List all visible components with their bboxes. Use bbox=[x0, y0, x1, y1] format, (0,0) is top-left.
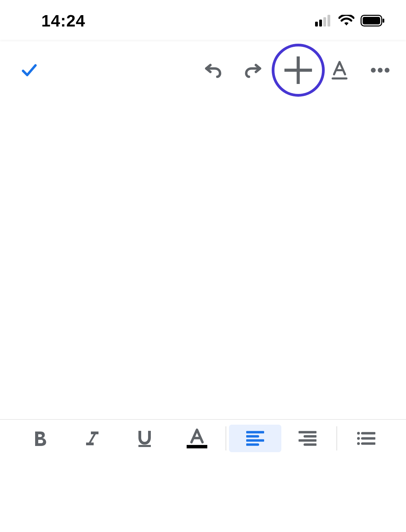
text-format-icon bbox=[331, 61, 348, 80]
svg-rect-14 bbox=[86, 443, 94, 445]
text-color-button[interactable] bbox=[171, 425, 223, 452]
text-color-icon bbox=[187, 428, 207, 448]
done-button[interactable] bbox=[14, 61, 45, 80]
underline-button[interactable] bbox=[118, 425, 171, 452]
align-left-icon bbox=[246, 431, 264, 446]
svg-rect-3 bbox=[327, 15, 330, 26]
align-left-button[interactable] bbox=[229, 425, 281, 452]
svg-rect-2 bbox=[323, 17, 326, 26]
italic-icon bbox=[85, 430, 99, 447]
battery-full-icon bbox=[361, 15, 385, 26]
italic-button[interactable] bbox=[66, 425, 118, 452]
text-format-button[interactable] bbox=[324, 61, 355, 80]
bullet-list-button[interactable] bbox=[340, 425, 392, 452]
svg-rect-5 bbox=[363, 17, 380, 24]
svg-rect-13 bbox=[91, 432, 98, 434]
insert-button[interactable] bbox=[272, 54, 324, 86]
redo-icon bbox=[244, 61, 263, 79]
check-icon bbox=[20, 61, 39, 80]
svg-point-28 bbox=[357, 442, 360, 445]
svg-point-12 bbox=[385, 68, 389, 73]
undo-icon bbox=[204, 61, 222, 79]
svg-point-10 bbox=[371, 68, 376, 73]
bullet-list-icon bbox=[357, 432, 375, 445]
underline-icon bbox=[137, 429, 152, 447]
status-indicators bbox=[315, 15, 385, 26]
wifi-icon bbox=[339, 15, 354, 26]
cellular-signal-icon bbox=[315, 15, 332, 26]
svg-rect-1 bbox=[319, 20, 322, 26]
svg-point-11 bbox=[378, 68, 383, 73]
redo-button[interactable] bbox=[238, 61, 269, 79]
more-button[interactable] bbox=[365, 67, 396, 73]
svg-rect-17 bbox=[187, 445, 207, 448]
bold-button[interactable] bbox=[14, 425, 66, 452]
more-horizontal-icon bbox=[371, 67, 390, 73]
align-right-button[interactable] bbox=[281, 425, 334, 452]
svg-rect-0 bbox=[315, 22, 318, 26]
svg-point-27 bbox=[357, 437, 360, 440]
svg-point-26 bbox=[357, 432, 360, 435]
svg-rect-6 bbox=[383, 19, 384, 23]
bold-icon bbox=[32, 430, 48, 447]
align-right-icon bbox=[299, 431, 316, 446]
status-time: 14:24 bbox=[41, 11, 85, 30]
undo-button[interactable] bbox=[197, 61, 228, 79]
bottom-toolbar bbox=[0, 419, 406, 457]
svg-marker-15 bbox=[89, 434, 96, 443]
status-bar: 14:24 bbox=[0, 0, 406, 41]
toolbar-divider bbox=[336, 426, 337, 450]
plus-icon bbox=[282, 54, 314, 86]
top-toolbar bbox=[0, 41, 406, 99]
toolbar-divider bbox=[226, 426, 226, 450]
